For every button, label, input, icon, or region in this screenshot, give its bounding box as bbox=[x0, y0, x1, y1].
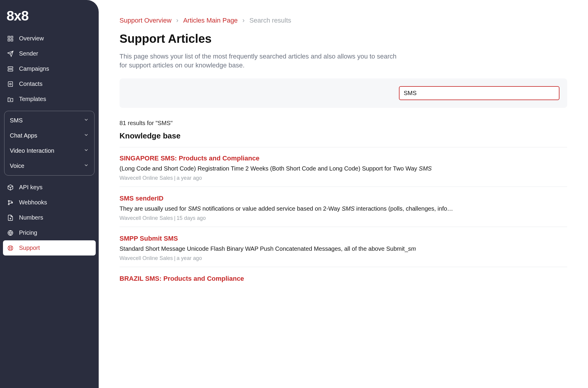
sidebar-item-label: Numbers bbox=[19, 214, 43, 221]
sidebar-channel-group: SMS Chat Apps Video Interaction Voice bbox=[4, 111, 95, 176]
sidebar-group-label: Video Interaction bbox=[10, 147, 54, 154]
svg-point-7 bbox=[10, 83, 11, 85]
svg-point-13 bbox=[9, 247, 11, 249]
article-title[interactable]: SMPP Submit SMS bbox=[120, 235, 567, 242]
article-meta: Wavecell Online Sales|a year ago bbox=[120, 255, 567, 261]
chevron-right-icon: › bbox=[243, 17, 245, 24]
breadcrumb-support-overview[interactable]: Support Overview bbox=[120, 17, 172, 24]
article-snippet: Standard Short Message Unicode Flash Bin… bbox=[120, 245, 567, 252]
sidebar-item-apikeys[interactable]: API keys bbox=[3, 180, 96, 195]
layers-icon bbox=[7, 66, 14, 72]
sidebar-item-support[interactable]: Support bbox=[3, 240, 96, 255]
sidebar-item-sender[interactable]: Sender bbox=[3, 46, 96, 61]
article-item: SMPP Submit SMS Standard Short Message U… bbox=[120, 235, 567, 267]
sidebar-group-chatapps[interactable]: Chat Apps bbox=[4, 128, 94, 143]
sidebar-item-label: Campaigns bbox=[19, 65, 49, 72]
file-plus-icon bbox=[7, 214, 14, 221]
main-content: Support Overview › Articles Main Page › … bbox=[99, 0, 588, 388]
sidebar-item-label: Support bbox=[19, 245, 40, 251]
sidebar-item-label: Pricing bbox=[19, 229, 37, 236]
sidebar-item-label: Templates bbox=[19, 96, 46, 102]
breadcrumb-articles-main[interactable]: Articles Main Page bbox=[183, 17, 238, 24]
sidebar-item-templates[interactable]: Templates bbox=[3, 92, 96, 107]
svg-rect-1 bbox=[11, 36, 13, 38]
chevron-down-icon bbox=[84, 163, 89, 169]
svg-rect-6 bbox=[8, 81, 13, 86]
article-age: a year ago bbox=[177, 255, 202, 261]
svg-rect-5 bbox=[8, 69, 13, 71]
chevron-down-icon bbox=[84, 147, 89, 154]
article-meta: Wavecell Online Sales|15 days ago bbox=[120, 215, 567, 221]
sidebar-group-label: Chat Apps bbox=[10, 132, 37, 139]
sidebar-item-label: Webhooks bbox=[19, 199, 47, 206]
svg-point-8 bbox=[8, 200, 10, 201]
chevron-down-icon bbox=[84, 117, 89, 124]
svg-rect-3 bbox=[11, 39, 13, 41]
sidebar-group-sms[interactable]: SMS bbox=[4, 113, 94, 128]
article-snippet: They are usually used for SMS notificati… bbox=[120, 205, 567, 212]
kb-heading: Knowledge base bbox=[120, 131, 567, 141]
sidebar-item-label: Contacts bbox=[19, 81, 43, 87]
article-age: 15 days ago bbox=[177, 215, 206, 221]
cube-icon bbox=[7, 184, 14, 191]
article-source: Wavecell Online Sales bbox=[120, 255, 173, 261]
results-count: 81 results for "SMS" bbox=[120, 120, 567, 127]
article-age: a year ago bbox=[177, 175, 202, 181]
contacts-icon bbox=[7, 81, 14, 87]
article-snippet: (Long Code and Short Code) Registration … bbox=[120, 165, 567, 172]
brand-logo: 8x8 bbox=[3, 6, 96, 31]
sidebar-item-campaigns[interactable]: Campaigns bbox=[3, 61, 96, 76]
breadcrumb: Support Overview › Articles Main Page › … bbox=[120, 17, 567, 24]
article-item: BRAZIL SMS: Products and Compliance bbox=[120, 275, 567, 291]
article-title[interactable]: SMS senderID bbox=[120, 195, 567, 202]
sidebar-item-overview[interactable]: Overview bbox=[3, 31, 96, 46]
lifebuoy-icon bbox=[7, 245, 14, 251]
chevron-down-icon bbox=[84, 132, 89, 139]
sidebar-item-label: Overview bbox=[19, 35, 44, 42]
sidebar-group-label: Voice bbox=[10, 163, 24, 169]
sidebar-item-webhooks[interactable]: Webhooks bbox=[3, 195, 96, 210]
sidebar-item-label: Sender bbox=[19, 50, 38, 57]
send-icon bbox=[7, 51, 14, 57]
article-item: SINGAPORE SMS: Products and Compliance (… bbox=[120, 154, 567, 187]
globe-icon bbox=[7, 230, 14, 236]
article-item: SMS senderID They are usually used for S… bbox=[120, 195, 567, 227]
search-panel bbox=[120, 78, 567, 108]
svg-point-9 bbox=[8, 204, 10, 205]
page-title: Support Articles bbox=[120, 32, 567, 45]
grid-icon bbox=[7, 35, 14, 42]
sidebar: 8x8 Overview Sender Campaigns Contacts T… bbox=[0, 0, 99, 388]
sidebar-item-contacts[interactable]: Contacts bbox=[3, 76, 96, 92]
article-title[interactable]: BRAZIL SMS: Products and Compliance bbox=[120, 275, 567, 283]
article-source: Wavecell Online Sales bbox=[120, 215, 173, 221]
sidebar-item-pricing[interactable]: Pricing bbox=[3, 225, 96, 240]
sidebar-group-voice[interactable]: Voice bbox=[4, 158, 94, 174]
article-source: Wavecell Online Sales bbox=[120, 175, 173, 181]
svg-rect-4 bbox=[8, 67, 13, 68]
article-meta: Wavecell Online Sales|a year ago bbox=[120, 175, 567, 181]
webhook-icon bbox=[7, 199, 14, 206]
page-description: This page shows your list of the most fr… bbox=[120, 52, 399, 70]
sidebar-group-video[interactable]: Video Interaction bbox=[4, 143, 94, 158]
chevron-right-icon: › bbox=[176, 17, 178, 24]
divider bbox=[120, 147, 567, 147]
article-title[interactable]: SINGAPORE SMS: Products and Compliance bbox=[120, 154, 567, 162]
svg-rect-2 bbox=[8, 39, 10, 41]
svg-rect-0 bbox=[8, 36, 10, 38]
search-input[interactable] bbox=[399, 86, 559, 100]
sidebar-group-label: SMS bbox=[10, 117, 23, 124]
folder-plus-icon bbox=[7, 96, 14, 102]
sidebar-item-numbers[interactable]: Numbers bbox=[3, 210, 96, 225]
sidebar-item-label: API keys bbox=[19, 184, 43, 191]
breadcrumb-current: Search results bbox=[249, 17, 291, 24]
